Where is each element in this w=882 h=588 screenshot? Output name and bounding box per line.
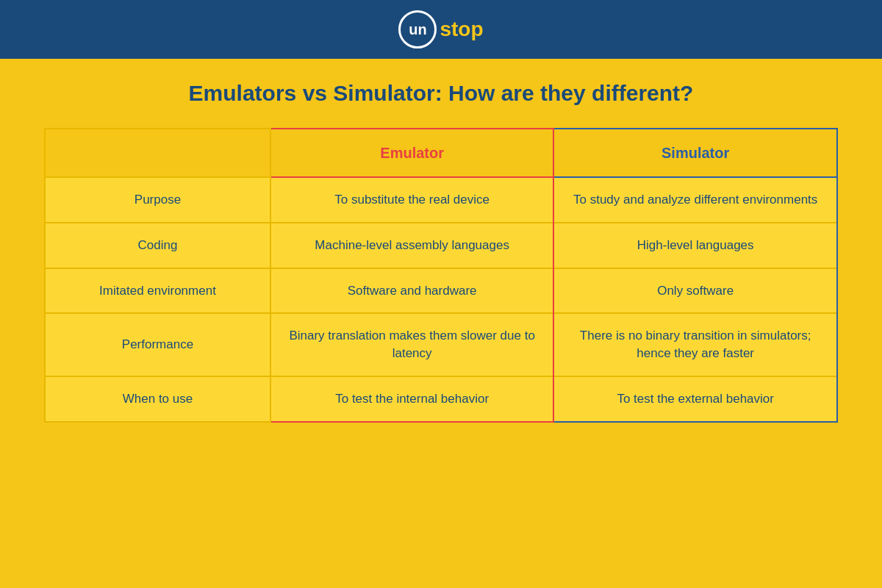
cell-category: Performance — [45, 313, 270, 376]
cell-emulator: Binary translation makes them slower due… — [270, 313, 553, 376]
page-header: un stop — [0, 0, 882, 59]
logo-circle: un — [398, 10, 437, 49]
logo-un-text: un — [409, 21, 426, 38]
comparison-table: Emulator Simulator PurposeTo substitute … — [44, 128, 838, 423]
table-row: PurposeTo substitute the real deviceTo s… — [45, 177, 837, 223]
cell-category: Purpose — [45, 177, 270, 223]
cell-category: Coding — [45, 223, 270, 268]
cell-category: When to use — [45, 376, 270, 422]
cell-simulator: To test the external behavior — [553, 376, 837, 422]
cell-emulator: To substitute the real device — [270, 177, 553, 223]
header-emulator: Emulator — [270, 129, 553, 177]
cell-simulator: Only software — [553, 268, 837, 314]
table-row: PerformanceBinary translation makes them… — [45, 313, 837, 376]
cell-simulator: To study and analyze different environme… — [553, 177, 837, 223]
table-row: CodingMachine-level assembly languagesHi… — [45, 223, 837, 268]
logo: un stop — [398, 10, 483, 49]
page-title: Emulators vs Simulator: How are they dif… — [44, 81, 838, 106]
cell-emulator: Machine-level assembly languages — [270, 223, 553, 268]
cell-simulator: High-level languages — [553, 223, 837, 268]
table-row: When to useTo test the internal behavior… — [45, 376, 837, 422]
header-category — [45, 129, 270, 177]
logo-stop-text: stop — [440, 18, 483, 41]
table-header-row: Emulator Simulator — [45, 129, 837, 177]
cell-emulator: Software and hardware — [270, 268, 553, 314]
cell-emulator: To test the internal behavior — [270, 376, 553, 422]
header-simulator: Simulator — [553, 129, 837, 177]
table-row: Imitated environmentSoftware and hardwar… — [45, 268, 837, 314]
cell-category: Imitated environment — [45, 268, 270, 314]
cell-simulator: There is no binary transition in simulat… — [553, 313, 837, 376]
main-content: Emulators vs Simulator: How are they dif… — [0, 59, 882, 445]
